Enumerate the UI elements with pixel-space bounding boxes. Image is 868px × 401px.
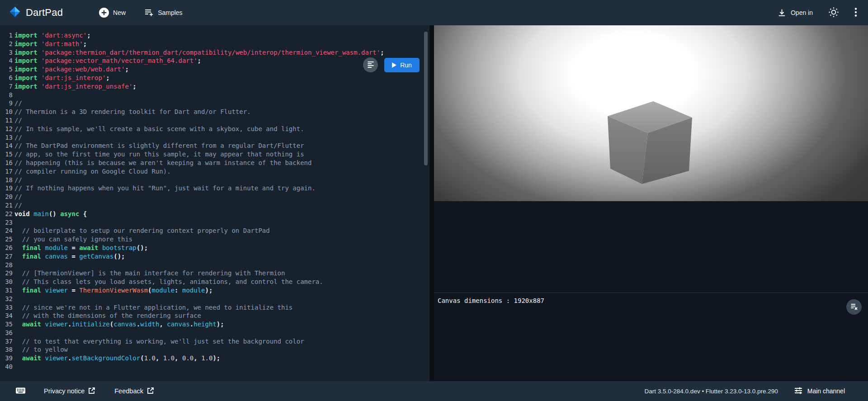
code-line-text: // you can safely ignore this <box>13 235 132 244</box>
kebab-menu-icon <box>854 7 857 19</box>
code-line: 35 await viewer.initialize(canvas.width,… <box>0 320 429 329</box>
format-button[interactable] <box>363 57 378 72</box>
line-number: 17 <box>0 167 13 176</box>
code-line: 30 // This class lets you load assets, l… <box>0 278 429 286</box>
code-line: 20// <box>0 193 429 201</box>
code-line: 19// If nothing happens when you hit "Ru… <box>0 184 429 193</box>
code-line: 1import 'dart:async'; <box>0 31 429 40</box>
page-title: DartPad <box>26 7 63 19</box>
line-number: 20 <box>0 193 13 201</box>
code-line-text: // <box>13 133 22 142</box>
editor-scrollbar[interactable] <box>424 32 428 165</box>
header-right: Open in <box>777 7 857 19</box>
code-editor[interactable]: 1import 'dart:async';2import 'dart:math'… <box>0 25 429 381</box>
code-line: 9// <box>0 99 429 108</box>
code-line-text: import 'dart:js_interop_unsafe'; <box>13 82 137 91</box>
clear-console-button[interactable] <box>846 299 862 315</box>
line-number: 6 <box>0 74 13 82</box>
open-in-label: Open in <box>791 9 813 16</box>
overflow-menu-button[interactable] <box>854 7 857 19</box>
code-line: 33 // since we're not in a Flutter appli… <box>0 303 429 312</box>
code-line: 17// compiler running on Google Cloud Ru… <box>0 167 429 176</box>
code-line-text: // <box>13 193 22 201</box>
code-line-text <box>13 329 14 337</box>
line-number: 39 <box>0 354 13 363</box>
footer-right: Dart 3.5.0-284.0.dev • Flutter 3.23.0-13… <box>645 386 845 396</box>
render-canvas[interactable] <box>434 25 868 201</box>
code-line-text <box>13 218 14 227</box>
line-number: 38 <box>0 345 13 354</box>
code-line-text: import 'dart:js_interop'; <box>13 74 110 82</box>
sdk-version-text: Dart 3.5.0-284.0.dev • Flutter 3.23.0-13… <box>645 388 778 395</box>
line-number: 23 <box>0 218 13 227</box>
line-number: 28 <box>0 261 13 269</box>
keyboard-shortcuts-button[interactable] <box>15 386 26 396</box>
code-line-text: // with the dimensions of the rendering … <box>13 311 201 320</box>
privacy-notice-link[interactable]: Privacy notice <box>44 387 95 396</box>
download-icon <box>777 8 787 18</box>
code-line-text: final module = await bootstrap(); <box>13 244 148 252</box>
code-line-text: await viewer.setBackgroundColor(1.0, 1.0… <box>13 354 220 363</box>
code-line-text: // Thermion is a 3D rendering toolkit fo… <box>13 108 251 116</box>
code-line-text: // <box>13 116 22 125</box>
code-line-text: // <box>13 176 22 184</box>
code-line: 7import 'dart:js_interop_unsafe'; <box>0 82 429 91</box>
code-line: 13// <box>0 133 429 142</box>
panel-splitter[interactable] <box>429 25 434 381</box>
code-line-text <box>13 295 14 303</box>
new-button[interactable]: New <box>99 8 126 18</box>
line-number: 8 <box>0 91 13 99</box>
code-line-text: void main() async { <box>13 210 87 218</box>
line-number: 9 <box>0 99 13 108</box>
code-line-text: // to yellow <box>13 345 68 354</box>
code-line: 38 // to yellow <box>0 345 429 354</box>
code-line: 29 // [ThermionViewer] is the main inter… <box>0 269 429 278</box>
code-line-text: // boilerplate to setup our rendering co… <box>13 226 270 235</box>
code-line: 26 final module = await bootstrap(); <box>0 244 429 252</box>
code-line-text: await viewer.initialize(canvas.width, ca… <box>13 320 224 329</box>
samples-button[interactable]: Samples <box>144 8 182 18</box>
line-number: 25 <box>0 235 13 244</box>
line-number: 27 <box>0 252 13 261</box>
line-number: 15 <box>0 150 13 159</box>
plus-icon <box>99 8 109 18</box>
playlist-add-icon <box>144 8 154 18</box>
code-line-text: import 'dart:math'; <box>13 40 87 48</box>
code-line: 3import 'package:thermion_dart/thermion_… <box>0 48 429 57</box>
code-line-text: // [ThermionViewer] is the main interfac… <box>13 269 285 278</box>
channel-label: Main channel <box>807 387 845 395</box>
play-icon <box>392 62 396 68</box>
code-line: 24 // boilerplate to setup our rendering… <box>0 226 429 235</box>
code-line: 12// In this sample, we'll create a basi… <box>0 125 429 133</box>
code-line: 36 <box>0 329 429 337</box>
line-number: 34 <box>0 311 13 320</box>
code-line-text <box>13 363 14 371</box>
channel-selector[interactable]: Main channel <box>794 386 845 396</box>
theme-toggle-button[interactable] <box>828 7 839 19</box>
line-number: 30 <box>0 278 13 286</box>
code-line: 6import 'dart:js_interop'; <box>0 74 429 82</box>
line-number: 21 <box>0 201 13 210</box>
run-button[interactable]: Run <box>384 58 420 72</box>
line-number: 37 <box>0 337 13 346</box>
tune-icon <box>794 386 803 396</box>
console-output: Canvas dimensions : 868x401 <box>438 297 544 304</box>
code-line-text: // happening (this is because we aren't … <box>13 159 311 167</box>
line-number: 5 <box>0 65 13 74</box>
line-number: 4 <box>0 57 13 65</box>
feedback-link[interactable]: Feedback <box>114 387 154 396</box>
code-line: 21// <box>0 201 429 210</box>
code-line: 22void main() async { <box>0 210 429 218</box>
code-line-text: // This class lets you load assets, ligh… <box>13 278 323 286</box>
line-number: 40 <box>0 363 13 371</box>
code-line-text: // In this sample, we'll create a basic … <box>13 125 304 133</box>
brightness-icon <box>828 7 839 19</box>
line-number: 1 <box>0 31 13 40</box>
app-header: DartPad New Samples <box>0 0 868 25</box>
code-line-text <box>13 261 14 269</box>
open-in-button[interactable]: Open in <box>777 8 813 18</box>
line-number: 3 <box>0 48 13 57</box>
code-line-text: // compiler running on Google Cloud Run)… <box>13 167 171 176</box>
clear-console-icon <box>850 302 858 312</box>
line-number: 26 <box>0 244 13 252</box>
